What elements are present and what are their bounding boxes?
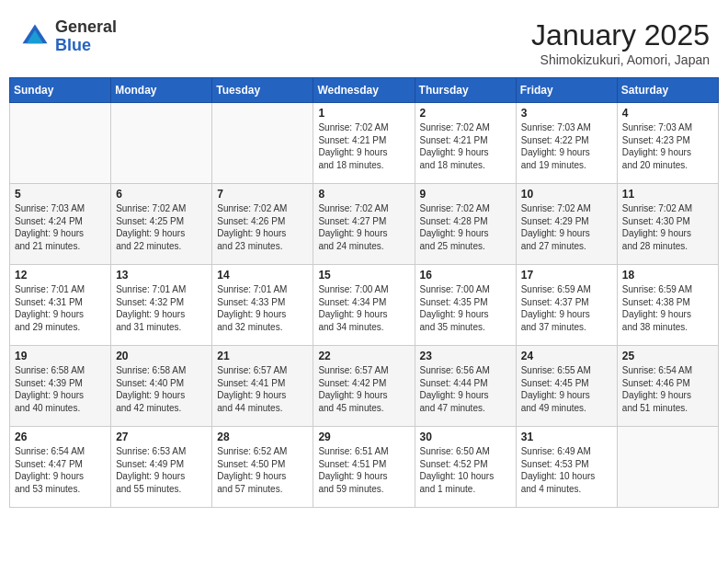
calendar-day-16: 16Sunrise: 7:00 AM Sunset: 4:35 PM Dayli… bbox=[415, 265, 516, 346]
day-info: Sunrise: 6:53 AM Sunset: 4:49 PM Dayligh… bbox=[116, 445, 207, 495]
calendar-day-27: 27Sunrise: 6:53 AM Sunset: 4:49 PM Dayli… bbox=[111, 427, 212, 508]
day-number: 6 bbox=[116, 188, 207, 201]
day-number: 8 bbox=[318, 188, 409, 201]
calendar-day-20: 20Sunrise: 6:58 AM Sunset: 4:40 PM Dayli… bbox=[111, 346, 212, 427]
day-number: 21 bbox=[217, 350, 308, 362]
calendar-day-5: 5Sunrise: 7:03 AM Sunset: 4:24 PM Daylig… bbox=[10, 184, 111, 265]
day-number: 7 bbox=[217, 188, 308, 201]
logo-icon bbox=[18, 20, 51, 53]
day-number: 10 bbox=[521, 188, 612, 201]
day-number: 23 bbox=[420, 350, 511, 362]
day-number: 22 bbox=[318, 350, 409, 362]
calendar-day-22: 22Sunrise: 6:57 AM Sunset: 4:42 PM Dayli… bbox=[313, 346, 415, 427]
day-info: Sunrise: 6:59 AM Sunset: 4:38 PM Dayligh… bbox=[622, 283, 713, 333]
calendar-week-2: 5Sunrise: 7:03 AM Sunset: 4:24 PM Daylig… bbox=[10, 184, 719, 265]
calendar-week-4: 19Sunrise: 6:58 AM Sunset: 4:39 PM Dayli… bbox=[10, 346, 719, 427]
day-info: Sunrise: 7:02 AM Sunset: 4:25 PM Dayligh… bbox=[116, 202, 207, 252]
weekday-header-monday: Monday bbox=[111, 78, 212, 103]
day-number: 31 bbox=[521, 431, 612, 443]
day-info: Sunrise: 7:01 AM Sunset: 4:31 PM Dayligh… bbox=[15, 283, 106, 333]
weekday-header-thursday: Thursday bbox=[415, 78, 516, 103]
day-number: 24 bbox=[521, 350, 612, 362]
day-info: Sunrise: 6:51 AM Sunset: 4:51 PM Dayligh… bbox=[318, 445, 409, 495]
calendar-empty-cell bbox=[617, 427, 718, 508]
day-number: 18 bbox=[622, 269, 713, 282]
day-info: Sunrise: 6:54 AM Sunset: 4:47 PM Dayligh… bbox=[15, 445, 106, 495]
day-info: Sunrise: 6:57 AM Sunset: 4:42 PM Dayligh… bbox=[318, 364, 409, 414]
day-number: 30 bbox=[420, 431, 511, 443]
day-number: 26 bbox=[15, 431, 106, 443]
calendar-day-23: 23Sunrise: 6:56 AM Sunset: 4:44 PM Dayli… bbox=[415, 346, 516, 427]
calendar-day-3: 3Sunrise: 7:03 AM Sunset: 4:22 PM Daylig… bbox=[516, 103, 617, 184]
calendar-day-9: 9Sunrise: 7:02 AM Sunset: 4:28 PM Daylig… bbox=[415, 184, 516, 265]
day-number: 29 bbox=[318, 431, 409, 443]
day-info: Sunrise: 6:54 AM Sunset: 4:46 PM Dayligh… bbox=[622, 364, 713, 414]
weekday-header-saturday: Saturday bbox=[617, 78, 718, 103]
day-info: Sunrise: 7:01 AM Sunset: 4:33 PM Dayligh… bbox=[217, 283, 308, 333]
calendar-day-2: 2Sunrise: 7:02 AM Sunset: 4:21 PM Daylig… bbox=[415, 103, 516, 184]
day-number: 14 bbox=[217, 269, 308, 282]
calendar-day-14: 14Sunrise: 7:01 AM Sunset: 4:33 PM Dayli… bbox=[212, 265, 313, 346]
day-info: Sunrise: 7:01 AM Sunset: 4:32 PM Dayligh… bbox=[116, 283, 207, 333]
calendar-empty-cell bbox=[10, 103, 111, 184]
day-number: 19 bbox=[15, 350, 106, 362]
day-info: Sunrise: 7:00 AM Sunset: 4:34 PM Dayligh… bbox=[318, 283, 409, 333]
calendar-day-15: 15Sunrise: 7:00 AM Sunset: 4:34 PM Dayli… bbox=[313, 265, 415, 346]
calendar-day-25: 25Sunrise: 6:54 AM Sunset: 4:46 PM Dayli… bbox=[617, 346, 718, 427]
calendar-day-10: 10Sunrise: 7:02 AM Sunset: 4:29 PM Dayli… bbox=[516, 184, 617, 265]
calendar-day-13: 13Sunrise: 7:01 AM Sunset: 4:32 PM Dayli… bbox=[111, 265, 212, 346]
logo-text: General Blue bbox=[55, 18, 117, 55]
calendar-title: January 2025 bbox=[531, 18, 710, 52]
calendar-day-11: 11Sunrise: 7:02 AM Sunset: 4:30 PM Dayli… bbox=[617, 184, 718, 265]
calendar-week-3: 12Sunrise: 7:01 AM Sunset: 4:31 PM Dayli… bbox=[10, 265, 719, 346]
calendar-empty-cell bbox=[212, 103, 313, 184]
day-number: 2 bbox=[420, 107, 511, 120]
page-header: General Blue January 2025 Shimokizukuri,… bbox=[9, 9, 719, 72]
day-number: 9 bbox=[420, 188, 511, 201]
day-number: 11 bbox=[622, 188, 713, 201]
calendar-day-24: 24Sunrise: 6:55 AM Sunset: 4:45 PM Dayli… bbox=[516, 346, 617, 427]
day-info: Sunrise: 7:03 AM Sunset: 4:22 PM Dayligh… bbox=[521, 121, 612, 171]
day-number: 17 bbox=[521, 269, 612, 282]
calendar-day-26: 26Sunrise: 6:54 AM Sunset: 4:47 PM Dayli… bbox=[10, 427, 111, 508]
day-number: 25 bbox=[622, 350, 713, 362]
day-info: Sunrise: 7:02 AM Sunset: 4:21 PM Dayligh… bbox=[420, 121, 511, 171]
calendar-day-19: 19Sunrise: 6:58 AM Sunset: 4:39 PM Dayli… bbox=[10, 346, 111, 427]
weekday-header-friday: Friday bbox=[516, 78, 617, 103]
day-info: Sunrise: 6:58 AM Sunset: 4:40 PM Dayligh… bbox=[116, 364, 207, 414]
calendar-empty-cell bbox=[111, 103, 212, 184]
day-info: Sunrise: 7:02 AM Sunset: 4:21 PM Dayligh… bbox=[318, 121, 409, 171]
calendar-day-7: 7Sunrise: 7:02 AM Sunset: 4:26 PM Daylig… bbox=[212, 184, 313, 265]
day-info: Sunrise: 7:02 AM Sunset: 4:29 PM Dayligh… bbox=[521, 202, 612, 252]
day-info: Sunrise: 6:49 AM Sunset: 4:53 PM Dayligh… bbox=[521, 445, 612, 495]
day-info: Sunrise: 6:55 AM Sunset: 4:45 PM Dayligh… bbox=[521, 364, 612, 414]
day-number: 5 bbox=[15, 188, 106, 201]
title-block: January 2025 Shimokizukuri, Aomori, Japa… bbox=[531, 18, 710, 67]
day-number: 27 bbox=[116, 431, 207, 443]
logo-general: General bbox=[55, 18, 117, 37]
day-info: Sunrise: 7:00 AM Sunset: 4:35 PM Dayligh… bbox=[420, 283, 511, 333]
day-info: Sunrise: 7:02 AM Sunset: 4:28 PM Dayligh… bbox=[420, 202, 511, 252]
calendar-day-29: 29Sunrise: 6:51 AM Sunset: 4:51 PM Dayli… bbox=[313, 427, 415, 508]
calendar-day-18: 18Sunrise: 6:59 AM Sunset: 4:38 PM Dayli… bbox=[617, 265, 718, 346]
day-number: 20 bbox=[116, 350, 207, 362]
calendar-day-21: 21Sunrise: 6:57 AM Sunset: 4:41 PM Dayli… bbox=[212, 346, 313, 427]
calendar-day-4: 4Sunrise: 7:03 AM Sunset: 4:23 PM Daylig… bbox=[617, 103, 718, 184]
day-number: 3 bbox=[521, 107, 612, 120]
day-number: 15 bbox=[318, 269, 409, 282]
calendar-day-31: 31Sunrise: 6:49 AM Sunset: 4:53 PM Dayli… bbox=[516, 427, 617, 508]
calendar-location: Shimokizukuri, Aomori, Japan bbox=[531, 52, 710, 67]
weekday-header-row: SundayMondayTuesdayWednesdayThursdayFrid… bbox=[10, 78, 719, 103]
day-info: Sunrise: 6:56 AM Sunset: 4:44 PM Dayligh… bbox=[420, 364, 511, 414]
day-info: Sunrise: 6:50 AM Sunset: 4:52 PM Dayligh… bbox=[420, 445, 511, 495]
day-info: Sunrise: 6:57 AM Sunset: 4:41 PM Dayligh… bbox=[217, 364, 308, 414]
logo: General Blue bbox=[18, 18, 117, 55]
calendar-day-30: 30Sunrise: 6:50 AM Sunset: 4:52 PM Dayli… bbox=[415, 427, 516, 508]
weekday-header-tuesday: Tuesday bbox=[212, 78, 313, 103]
calendar-day-6: 6Sunrise: 7:02 AM Sunset: 4:25 PM Daylig… bbox=[111, 184, 212, 265]
day-info: Sunrise: 7:02 AM Sunset: 4:26 PM Dayligh… bbox=[217, 202, 308, 252]
day-info: Sunrise: 7:03 AM Sunset: 4:23 PM Dayligh… bbox=[622, 121, 713, 171]
calendar-day-28: 28Sunrise: 6:52 AM Sunset: 4:50 PM Dayli… bbox=[212, 427, 313, 508]
day-info: Sunrise: 6:59 AM Sunset: 4:37 PM Dayligh… bbox=[521, 283, 612, 333]
day-info: Sunrise: 7:03 AM Sunset: 4:24 PM Dayligh… bbox=[15, 202, 106, 252]
